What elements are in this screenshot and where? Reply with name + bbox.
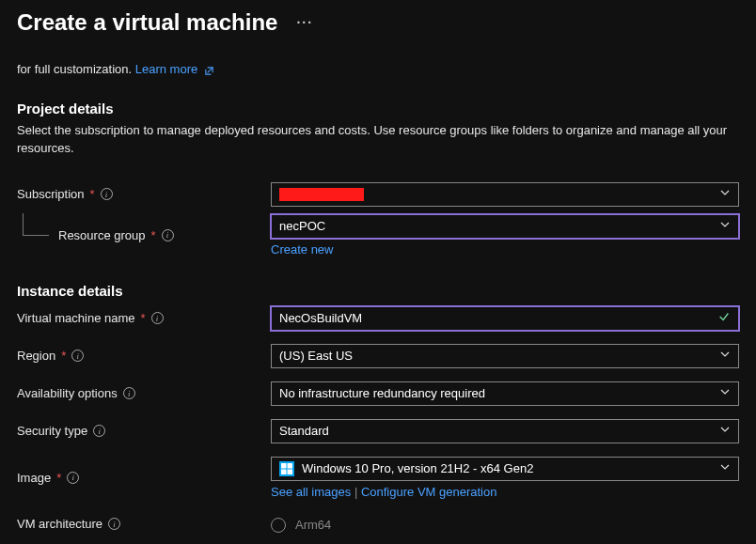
page-title: Create a virtual machine: [17, 9, 277, 36]
subscription-label: Subscription: [17, 187, 85, 201]
subscription-value-redacted: [279, 188, 364, 201]
arch-arm64-label: Arm64: [295, 518, 331, 532]
check-icon: [717, 310, 731, 326]
link-separator: |: [354, 485, 361, 499]
chevron-down-icon: [719, 349, 731, 363]
windows-icon: [279, 461, 294, 476]
svg-rect-1: [288, 463, 293, 469]
tree-connector-icon: [23, 213, 49, 236]
chevron-down-icon: [719, 424, 731, 438]
subscription-select[interactable]: [271, 182, 739, 207]
external-link-icon: [204, 65, 214, 75]
required-marker: *: [56, 471, 61, 485]
arch-arm64-radio[interactable]: [271, 518, 286, 533]
learn-more-link[interactable]: Learn more: [135, 62, 214, 76]
availability-value: No infrastructure redundancy required: [279, 386, 485, 400]
chevron-down-icon: [719, 461, 731, 475]
more-actions-icon[interactable]: ···: [296, 15, 313, 30]
region-select[interactable]: (US) East US: [271, 344, 739, 368]
create-new-rg-link[interactable]: Create new: [271, 242, 333, 256]
configure-vm-generation-link[interactable]: Configure VM generation: [361, 485, 497, 499]
info-icon[interactable]: i: [123, 387, 135, 399]
availability-select[interactable]: No infrastructure redundancy required: [271, 381, 739, 406]
security-type-label: Security type: [17, 424, 87, 438]
resource-group-value: necPOC: [279, 219, 325, 233]
info-icon[interactable]: i: [71, 350, 84, 362]
chevron-down-icon: [719, 187, 731, 201]
info-icon[interactable]: i: [162, 229, 174, 241]
required-marker: *: [141, 311, 146, 325]
intro-text: for full customization. Learn more: [17, 62, 739, 76]
required-marker: *: [90, 187, 95, 201]
required-marker: *: [151, 228, 156, 242]
region-label: Region: [17, 349, 55, 363]
vm-name-value: NecOsBuildVM: [279, 311, 362, 325]
project-details-desc: Select the subscription to manage deploy…: [17, 122, 739, 158]
resource-group-label: Resource group: [58, 228, 146, 242]
security-type-select[interactable]: Standard: [271, 419, 739, 443]
vm-name-input[interactable]: NecOsBuildVM: [271, 306, 739, 331]
info-icon[interactable]: i: [101, 188, 113, 200]
chevron-down-icon: [719, 219, 731, 233]
info-icon[interactable]: i: [151, 312, 164, 324]
intro-fragment: for full customization.: [17, 62, 135, 76]
see-all-images-link[interactable]: See all images: [271, 485, 351, 499]
required-marker: *: [61, 349, 66, 363]
instance-details-heading: Instance details: [17, 283, 739, 299]
availability-label: Availability options: [17, 386, 118, 400]
image-value: Windows 10 Pro, version 21H2 - x64 Gen2: [302, 461, 533, 475]
chevron-down-icon: [719, 386, 731, 400]
resource-group-select[interactable]: necPOC: [271, 214, 739, 239]
security-type-value: Standard: [279, 424, 329, 438]
svg-rect-3: [288, 469, 293, 474]
vm-architecture-label: VM architecture: [17, 517, 102, 531]
info-icon[interactable]: i: [67, 472, 79, 484]
info-icon[interactable]: i: [108, 518, 120, 530]
image-label: Image: [17, 471, 51, 485]
vm-name-label: Virtual machine name: [17, 311, 135, 325]
info-icon[interactable]: i: [93, 425, 105, 437]
svg-rect-2: [281, 469, 287, 474]
project-details-heading: Project details: [17, 101, 739, 117]
image-select[interactable]: Windows 10 Pro, version 21H2 - x64 Gen2: [271, 457, 739, 481]
region-value: (US) East US: [279, 349, 353, 363]
svg-rect-0: [281, 463, 287, 469]
